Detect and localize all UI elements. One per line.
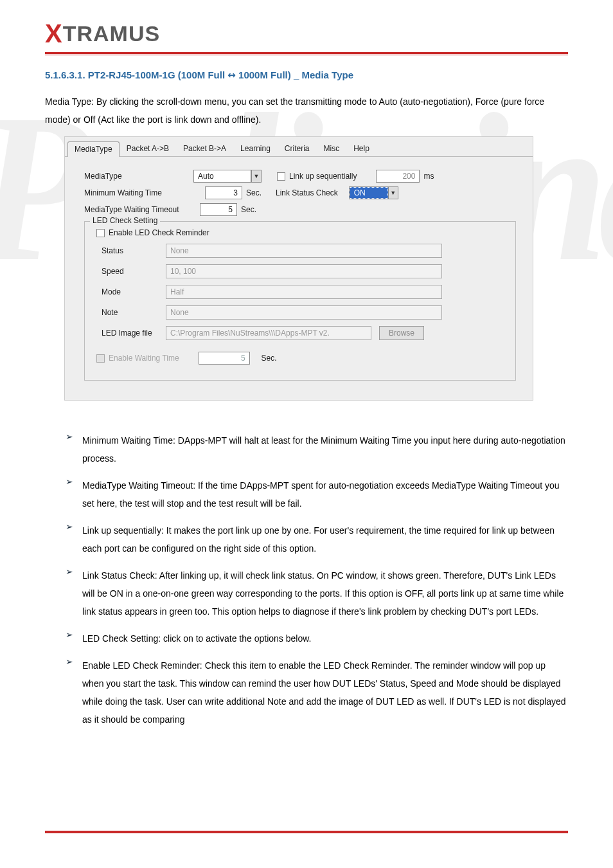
header-rule-thick [45, 52, 568, 54]
ledimg-label: LED Image file [102, 329, 166, 338]
note-label: Note [102, 308, 166, 317]
tab-mediatype[interactable]: MediaType [67, 141, 120, 157]
mediatype-value: Auto [193, 170, 251, 183]
browse-button[interactable]: Browse [379, 326, 424, 340]
linkup-ms-input[interactable]: 200 [376, 170, 420, 183]
logo-text: TRAMUS [63, 21, 160, 46]
enable-waiting-time-input[interactable]: 5 [199, 352, 250, 365]
tab-packet-ab[interactable]: Packet A->B [120, 141, 176, 156]
tab-packet-ba[interactable]: Packet B->A [176, 141, 233, 156]
enable-led-check-label: Enable LED Check Reminder [109, 228, 209, 237]
chevron-down-icon[interactable]: ▼ [388, 186, 398, 199]
mwt-unit: Sec. [241, 205, 256, 214]
bullet-text: MediaType Waiting Timeout: If the time D… [82, 476, 568, 512]
led-check-fieldset: LED Check Setting Enable LED Check Remin… [84, 221, 516, 381]
ewt-unit: Sec. [262, 354, 277, 363]
status-label: Status [102, 246, 166, 255]
mwt-input[interactable]: 5 [200, 203, 237, 216]
linkstatus-value: ON [350, 187, 388, 199]
bullet-icon: ➢ [66, 629, 82, 647]
minwait-unit: Sec. [246, 188, 262, 197]
intro-paragraph: Media Type: By clicking the scroll-down … [45, 93, 568, 129]
bullet-text: Link Status Check: After linking up, it … [82, 566, 568, 620]
mode-label: Mode [102, 287, 166, 296]
enable-waiting-time-checkbox[interactable] [96, 354, 105, 363]
tab-misc[interactable]: Misc [317, 141, 347, 156]
settings-panel: MediaType Packet A->B Packet B->A Learni… [64, 136, 533, 401]
bullet-text: LED Check Setting: click on to activate … [82, 629, 568, 647]
note-input[interactable]: None [166, 305, 442, 320]
logo-x: X [45, 19, 63, 48]
mediatype-select[interactable]: Auto ▼ [193, 170, 262, 183]
bullet-icon: ➢ [66, 521, 82, 557]
list-item: ➢MediaType Waiting Timeout: If the time … [66, 476, 568, 512]
bullet-text: Minimum Waiting Time: DApps-MPT will hal… [82, 431, 568, 467]
chevron-down-icon[interactable]: ▼ [251, 170, 262, 183]
speed-label: Speed [102, 267, 166, 276]
mode-input[interactable]: Half [166, 285, 442, 299]
bullet-icon: ➢ [66, 566, 82, 620]
status-input[interactable]: None [166, 244, 442, 258]
linkup-sequentially-label: Link up sequentially [289, 172, 357, 181]
heading-arrow: ↔ [227, 69, 236, 81]
header-rule-thin [45, 55, 568, 55]
ledimg-input[interactable]: C:\Program Files\NuStreams\\\DApps-MPT v… [166, 326, 371, 340]
minwait-input[interactable]: 3 [205, 186, 242, 199]
enable-waiting-time-label: Enable Waiting Time [109, 354, 179, 363]
speed-input[interactable]: 10, 100 [166, 264, 442, 278]
linkstatus-label: Link Status Check [276, 188, 338, 197]
list-item: ➢Link Status Check: After linking up, it… [66, 566, 568, 620]
heading-prefix: 5.1.6.3.1. PT2-RJ45-100M-1G (100M Full [45, 69, 225, 80]
mediatype-label: MediaType [84, 172, 193, 181]
bullet-icon: ➢ [66, 656, 82, 728]
heading-suffix: 1000M Full) _ Media Type [238, 69, 353, 80]
linkstatus-select[interactable]: ON ▼ [350, 186, 398, 199]
panel-body: MediaType Auto ▼ Link up sequentially 20… [65, 157, 533, 400]
bullet-list: ➢Minimum Waiting Time: DApps-MPT will ha… [66, 431, 568, 728]
bullet-text: Enable LED Check Reminder: Check this it… [82, 656, 568, 728]
list-item: ➢Link up sequentially: It makes the port… [66, 521, 568, 557]
tab-criteria[interactable]: Criteria [278, 141, 317, 156]
list-item: ➢LED Check Setting: click on to activate… [66, 629, 568, 647]
mwt-label: MediaType Waiting Timeout [84, 205, 200, 214]
tab-bar: MediaType Packet A->B Packet B->A Learni… [65, 137, 533, 157]
list-item: ➢Enable LED Check Reminder: Check this i… [66, 656, 568, 728]
tab-learning[interactable]: Learning [233, 141, 278, 156]
brand-logo: XTRAMUS [45, 19, 568, 48]
led-check-legend: LED Check Setting [90, 216, 160, 225]
minwait-label: Minimum Waiting Time [84, 188, 193, 197]
bullet-icon: ➢ [66, 431, 82, 467]
bullet-icon: ➢ [66, 476, 82, 512]
linkup-sequentially-checkbox[interactable] [277, 172, 285, 181]
enable-led-check-checkbox[interactable] [96, 229, 105, 237]
tab-help[interactable]: Help [346, 141, 377, 156]
list-item: ➢Minimum Waiting Time: DApps-MPT will ha… [66, 431, 568, 467]
bullet-text: Link up sequentially: It makes the port … [82, 521, 568, 557]
section-heading: 5.1.6.3.1. PT2-RJ45-100M-1G (100M Full ↔… [45, 69, 568, 81]
ms-unit: ms [423, 172, 434, 181]
footer-rule [45, 831, 568, 833]
